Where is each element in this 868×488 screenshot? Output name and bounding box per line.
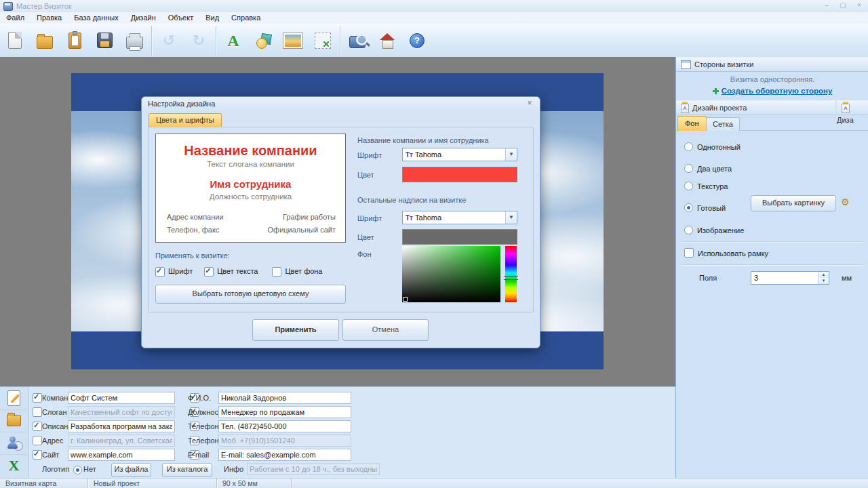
- create-back-side-link[interactable]: Создать оборотную сторону: [722, 87, 833, 95]
- minimize-button[interactable]: –: [822, 2, 831, 9]
- home-button[interactable]: [372, 26, 402, 55]
- gear-icon[interactable]: ⚙: [841, 197, 850, 207]
- toolbar: ↺ ↻ A ?: [0, 24, 868, 58]
- second-design-header-clipped[interactable]: A Диза: [837, 100, 868, 115]
- excel-export-button[interactable]: X: [0, 454, 28, 476]
- address-checkbox[interactable]: [33, 436, 42, 445]
- description-checkbox[interactable]: [33, 422, 42, 431]
- design-canvas[interactable]: Настройка дизайна × Цвета и шрифты Назва…: [0, 57, 675, 386]
- menu-view[interactable]: Вид: [199, 12, 225, 24]
- menu-object[interactable]: Объект: [162, 12, 199, 24]
- dialog-close-icon[interactable]: ×: [525, 98, 534, 108]
- text-color-swatch[interactable]: [402, 229, 517, 245]
- tab-colors-fonts[interactable]: Цвета и шрифты: [149, 113, 222, 127]
- margins-spinner[interactable]: 3 ▲ ▼: [751, 271, 829, 285]
- logo-none-radio[interactable]: [73, 466, 82, 474]
- slogan-input[interactable]: [68, 406, 175, 418]
- option-texture[interactable]: Текстура: [684, 182, 728, 190]
- card-sides-title: Стороны визитки: [694, 58, 753, 71]
- site-checkbox[interactable]: [33, 450, 42, 460]
- field-row-company: Компания Ф.И.О.: [28, 392, 675, 405]
- option-two-colors[interactable]: Два цвета: [684, 164, 732, 173]
- apply-font-checkbox[interactable]: [155, 267, 165, 277]
- menu-database[interactable]: База данных: [68, 12, 125, 24]
- phone1-input[interactable]: [218, 420, 351, 432]
- title-bar[interactable]: Мастер Визиток – ▢ ×: [0, 0, 868, 13]
- option-image[interactable]: Изображение: [684, 226, 744, 235]
- find-contact-button[interactable]: [0, 432, 28, 455]
- apply-button[interactable]: Применить: [252, 319, 339, 341]
- font1-dropdown[interactable]: Tт Tahoma ▼: [402, 148, 517, 161]
- tab-background[interactable]: Фон: [677, 116, 707, 131]
- open-button[interactable]: [30, 26, 60, 55]
- close-button[interactable]: ×: [854, 2, 864, 9]
- hue-slider-marker[interactable]: [504, 276, 518, 280]
- choose-color-scheme-button[interactable]: Выбрать готовую цветовую схему: [155, 285, 346, 304]
- print-button[interactable]: [119, 26, 149, 55]
- color-saturation-field[interactable]: [402, 246, 500, 302]
- site-input[interactable]: [68, 449, 175, 461]
- menu-edit[interactable]: Правка: [31, 12, 68, 24]
- address-label: Адрес: [42, 436, 64, 445]
- undo-button[interactable]: ↺: [154, 26, 184, 55]
- pick-image-button[interactable]: Выбрать картинку: [751, 195, 836, 211]
- email-input[interactable]: [218, 449, 351, 461]
- ready-radio[interactable]: [684, 203, 693, 212]
- solid-radio[interactable]: [684, 142, 693, 151]
- spin-down-icon[interactable]: ▼: [818, 278, 829, 284]
- description-input[interactable]: [68, 420, 175, 432]
- dropdown-arrow-icon[interactable]: ▼: [505, 211, 517, 224]
- open-catalog-button[interactable]: [0, 409, 28, 432]
- option-solid[interactable]: Однотонный: [684, 142, 741, 151]
- canvas-size-button[interactable]: [308, 26, 338, 55]
- company-input[interactable]: [68, 392, 175, 404]
- preview-button[interactable]: [342, 26, 372, 55]
- dialog-title-bar[interactable]: Настройка дизайна ×: [142, 97, 540, 110]
- slogan-checkbox[interactable]: [33, 407, 42, 417]
- bg-label: Фон: [357, 250, 372, 258]
- info-input[interactable]: [247, 463, 380, 475]
- save-button[interactable]: [90, 26, 119, 55]
- excel-icon: X: [9, 458, 20, 473]
- fio-input[interactable]: [218, 392, 351, 404]
- shapes-button[interactable]: [248, 26, 278, 55]
- font-button[interactable]: A: [218, 26, 248, 55]
- menu-file[interactable]: Файл: [0, 12, 31, 24]
- section1-title: Название компании и имя сотрудника: [357, 136, 489, 144]
- preview-company-name: Название компании: [156, 143, 345, 159]
- dialog-title: Настройка дизайна: [148, 100, 215, 108]
- project-design-header[interactable]: A Дизайн проекта: [676, 100, 835, 115]
- dropdown-arrow-icon[interactable]: ▼: [505, 148, 517, 161]
- position-input[interactable]: [218, 406, 351, 418]
- phone2-input[interactable]: [218, 434, 351, 447]
- title-color-swatch[interactable]: [402, 167, 517, 182]
- apply-bg-color-checkbox[interactable]: [272, 267, 281, 277]
- two-colors-radio[interactable]: [684, 164, 693, 173]
- maximize-button[interactable]: ▢: [838, 2, 848, 9]
- tab-grid[interactable]: Сетка: [706, 117, 740, 131]
- logo-from-catalog-button[interactable]: Из каталога: [162, 463, 212, 477]
- address-input[interactable]: [68, 434, 175, 447]
- logo-from-file-button[interactable]: Из файла: [111, 463, 151, 477]
- apply-checkboxes: Шрифт Цвет текста Цвет фона: [155, 267, 323, 277]
- new-button[interactable]: [0, 26, 30, 55]
- apply-text-color-checkbox[interactable]: [204, 267, 214, 277]
- option-ready[interactable]: Готовый: [684, 203, 726, 212]
- use-frame-row[interactable]: Использовать рамку: [684, 248, 768, 258]
- card-sides-header[interactable]: Стороны визитки: [676, 57, 868, 72]
- menu-design[interactable]: Дизайн: [125, 12, 162, 24]
- menu-help[interactable]: Справка: [225, 12, 267, 24]
- company-checkbox[interactable]: [33, 393, 42, 403]
- image-radio[interactable]: [684, 226, 693, 235]
- cancel-button[interactable]: Отмена: [342, 319, 429, 341]
- redo-button[interactable]: ↻: [184, 26, 214, 55]
- edit-fields-button[interactable]: [0, 387, 28, 410]
- help-button[interactable]: ?: [402, 26, 432, 55]
- image-button[interactable]: [278, 26, 308, 55]
- spin-up-icon[interactable]: ▲: [818, 272, 829, 278]
- hue-slider[interactable]: [505, 246, 517, 302]
- paste-button[interactable]: [60, 26, 90, 55]
- texture-radio[interactable]: [684, 182, 693, 190]
- font2-dropdown[interactable]: Tт Tahoma ▼: [402, 211, 517, 224]
- use-frame-checkbox[interactable]: [684, 248, 694, 258]
